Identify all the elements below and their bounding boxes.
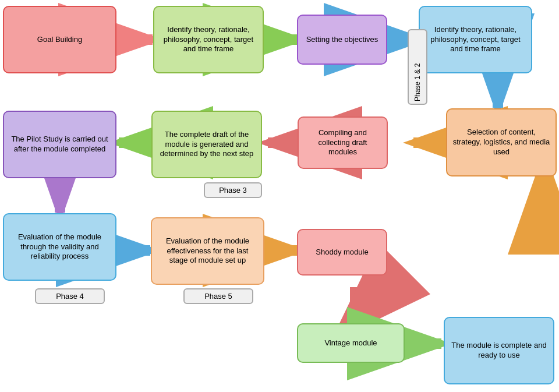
identify1-box: Identify theory, rationale, philosophy, … — [153, 6, 264, 73]
phase4-label: Phase 4 — [35, 288, 105, 304]
evaluation-validity-box: Evaluation of the module through the val… — [3, 213, 116, 281]
pilot-study-box: The Pilot Study is carried out after the… — [3, 111, 116, 178]
goal-building-box: Goal Building — [3, 6, 116, 73]
setting-objectives-box: Setting the objectives — [297, 15, 387, 65]
shoddy-module-box: Shoddy module — [297, 229, 387, 276]
selection-box: Selection of content, strategy, logistic… — [446, 108, 557, 176]
complete-draft-box: The complete draft of the module is gene… — [151, 111, 262, 178]
phase5-label: Phase 5 — [183, 288, 253, 304]
flowchart: Goal Building Identify theory, rationale… — [0, 0, 559, 392]
compiling-box: Compiling and collecting draft modules — [298, 116, 388, 169]
complete-ready-box: The module is complete and ready to use — [444, 317, 554, 384]
identify2-box: Identify theory, rationale, philosophy, … — [419, 6, 532, 73]
evaluation-effectiveness-box: Evaluation of the module effectiveness f… — [151, 217, 264, 285]
vintage-module-box: Vintage module — [297, 323, 405, 363]
phase12-label: Phase 1 & 2 — [408, 29, 427, 105]
phase3-label: Phase 3 — [204, 182, 262, 198]
